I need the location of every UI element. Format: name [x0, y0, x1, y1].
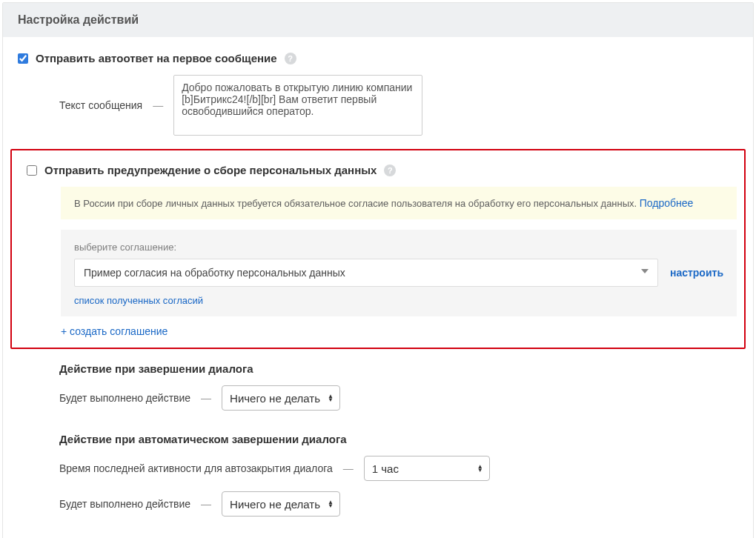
create-agreement-link[interactable]: + создать соглашение — [61, 325, 168, 337]
autoclose-action-label: Будет выполнено действие — [59, 498, 190, 510]
autoclose-timeout-select[interactable]: 1 час ▲▼ — [364, 456, 490, 481]
consent-notice-link[interactable]: Подробнее — [640, 197, 694, 209]
consent-notice-text: В России при сборе личных данных требует… — [74, 198, 640, 209]
received-consents-link[interactable]: список полученных согласий — [74, 295, 203, 306]
autoclose-action-value: Ничего не делать — [230, 498, 320, 511]
auto-reply-textarea[interactable] — [173, 75, 422, 136]
consent-title: Отправить предупреждение о сборе персона… — [44, 164, 377, 176]
panel-body: Отправить автоответ на первое сообщение … — [3, 37, 753, 538]
auto-reply-title: Отправить автоответ на первое сообщение — [36, 52, 277, 64]
panel-title: Настройка действий — [18, 13, 139, 26]
auto-reply-text-label: Текст сообщения — [59, 99, 142, 111]
dash-separator: — — [201, 498, 211, 510]
agreement-selected-value: Пример согласия на обработку персональны… — [84, 267, 345, 279]
on-autoclose-title: Действие при автоматическом завершении д… — [59, 433, 738, 445]
on-close-action-value: Ничего не делать — [230, 392, 320, 405]
chevron-down-icon — [641, 269, 649, 276]
updown-arrows-icon: ▲▼ — [328, 500, 334, 508]
dash-separator: — — [343, 462, 354, 474]
dash-separator: — — [201, 392, 211, 404]
auto-reply-checkbox[interactable] — [18, 53, 28, 64]
panel-header: Настройка действий — [3, 3, 753, 37]
updown-arrows-icon: ▲▼ — [328, 394, 334, 402]
updown-arrows-icon: ▲▼ — [477, 465, 483, 472]
on-close-title: Действие при завершении диалога — [59, 362, 738, 375]
consent-notice: В России при сборе личных данных требует… — [61, 187, 737, 219]
agreement-select[interactable]: Пример согласия на обработку персональны… — [74, 259, 658, 287]
help-icon[interactable]: ? — [285, 53, 296, 64]
consent-checkbox[interactable] — [27, 165, 37, 176]
settings-panel: Настройка действий Отправить автоответ н… — [2, 2, 754, 538]
on-close-action-label: Будет выполнено действие — [59, 392, 190, 404]
configure-link[interactable]: настроить — [670, 267, 723, 279]
autoclose-action-select[interactable]: Ничего не делать ▲▼ — [222, 491, 340, 517]
agreement-box: выберите соглашение: Пример согласия на … — [61, 230, 737, 316]
autoclose-timeout-value: 1 час — [372, 462, 399, 475]
agreement-select-label: выберите соглашение: — [74, 242, 723, 253]
help-icon[interactable]: ? — [384, 165, 396, 176]
autoclose-timeout-label: Время последней активности для автозакры… — [59, 462, 333, 474]
dash-separator: — — [153, 99, 163, 111]
consent-highlight-box: Отправить предупреждение о сборе персона… — [10, 149, 746, 349]
auto-reply-block: Отправить автоответ на первое сообщение … — [18, 52, 738, 136]
on-close-action-select[interactable]: Ничего не делать ▲▼ — [222, 385, 340, 411]
